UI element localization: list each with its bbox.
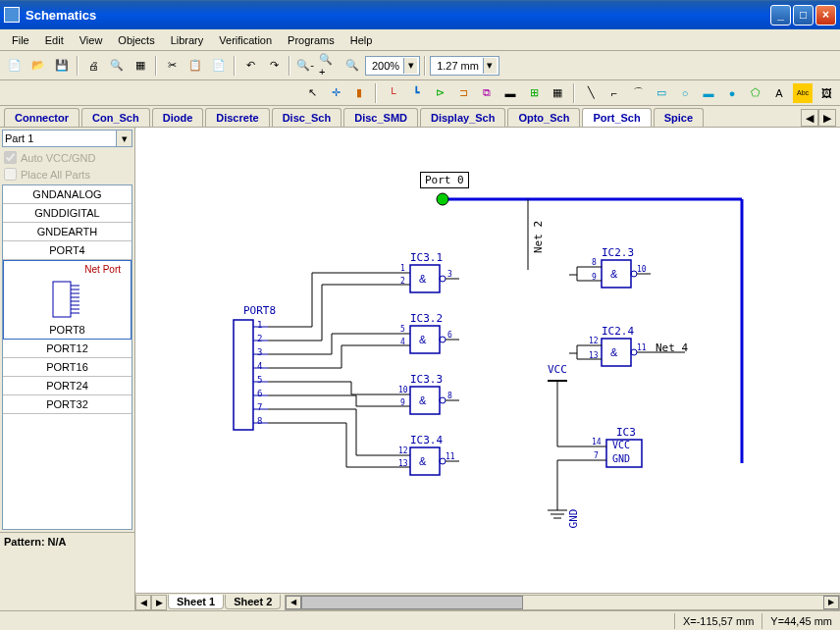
tab-spice[interactable]: Spice: [654, 108, 704, 127]
text-icon[interactable]: A: [769, 83, 789, 103]
part-port32[interactable]: PORT32: [3, 395, 131, 414]
netport-label: Net Port: [10, 264, 125, 275]
zoom-combo[interactable]: 200% ▾: [365, 56, 420, 76]
busport-icon[interactable]: ⊐: [453, 83, 473, 103]
line-icon[interactable]: ╲: [581, 83, 601, 103]
sheet-nav-prev[interactable]: ◀: [135, 595, 151, 610]
menu-verification[interactable]: Verification: [211, 32, 280, 48]
zoom-in-icon[interactable]: 🔍+: [318, 55, 340, 77]
new-icon[interactable]: 📄: [4, 55, 26, 77]
menu-objects[interactable]: Objects: [110, 32, 162, 48]
place-all-checkbox: Place All Parts: [0, 166, 134, 183]
svg-rect-0: [53, 282, 71, 317]
polygon-icon[interactable]: ⬠: [746, 83, 765, 103]
netport-icon[interactable]: ⊳: [430, 83, 449, 103]
menu-view[interactable]: View: [72, 32, 111, 48]
part-port8-selected[interactable]: Net Port PORT8: [3, 260, 131, 340]
part-gndanalog[interactable]: GNDANALOG: [3, 185, 131, 204]
table-icon[interactable]: ▦: [548, 83, 567, 103]
redo-icon[interactable]: ↷: [263, 55, 285, 77]
polyline-icon[interactable]: ⌐: [604, 83, 624, 103]
part-port24[interactable]: PORT24: [3, 377, 131, 395]
maximize-button[interactable]: □: [793, 5, 814, 26]
zoom-value: 200%: [368, 60, 403, 72]
sheet-nav-next[interactable]: ▶: [151, 595, 167, 610]
ic31-label: IC3.1: [410, 251, 443, 264]
drawing-toolbar: ↖ ✛ ▮ └ ┗ ⊳ ⊐ ⧉ ▬ ⊞ ▦ ╲ ⌐ ⌒ ▭ ○ ▬ ● ⬠ A …: [0, 80, 840, 106]
horizontal-scrollbar[interactable]: ◀ ▶: [285, 595, 840, 610]
svg-text:&: &: [610, 346, 618, 358]
chevron-down-icon[interactable]: ▾: [483, 58, 497, 74]
part-port12[interactable]: PORT12: [3, 340, 131, 358]
sheet-tab-2[interactable]: Sheet 2: [225, 595, 281, 609]
ic32-label: IC3.2: [410, 312, 443, 325]
net4-label: Net 4: [656, 341, 688, 354]
ellipse-icon[interactable]: ○: [675, 83, 695, 103]
menu-file[interactable]: File: [4, 32, 37, 48]
tab-connector[interactable]: Connector: [4, 108, 79, 127]
tab-next-icon[interactable]: ▶: [818, 109, 836, 127]
hierarchy-icon[interactable]: ⊞: [524, 83, 544, 103]
menu-help[interactable]: Help: [342, 32, 381, 48]
minimize-button[interactable]: _: [770, 5, 791, 26]
save-icon[interactable]: 💾: [51, 55, 73, 77]
sheet-tab-1[interactable]: Sheet 1: [168, 595, 224, 609]
zoom-out-icon[interactable]: 🔍-: [294, 55, 316, 77]
filled-rect-icon[interactable]: ▬: [699, 83, 718, 103]
title-bar: Schematics _ □ ×: [0, 0, 840, 29]
part-gndearth[interactable]: GNDEARTH: [3, 223, 131, 241]
port8-preview: [10, 275, 125, 324]
menu-edit[interactable]: Edit: [37, 32, 72, 48]
preview-icon[interactable]: 🔍: [106, 55, 128, 77]
parts-list[interactable]: GNDANALOG GNDDIGITAL GNDEARTH PORT4 Net …: [2, 184, 132, 530]
tab-disc-smd[interactable]: Disc_SMD: [343, 108, 418, 127]
scroll-thumb[interactable]: [301, 596, 522, 609]
print-icon[interactable]: 🖨: [82, 55, 104, 77]
crosshair-icon[interactable]: ✛: [326, 83, 345, 103]
main-toolbar: 📄 📂 💾 🖨 🔍 ▦ ✂ 📋 📄 ↶ ↷ 🔍- 🔍+ 🔍 200% ▾ 1.2…: [0, 51, 840, 80]
undo-icon[interactable]: ↶: [239, 55, 261, 77]
tab-discrete[interactable]: Discrete: [205, 108, 269, 127]
ic3-vcc: VCC: [612, 440, 630, 450]
close-button[interactable]: ×: [815, 5, 836, 26]
tab-prev-icon[interactable]: ◀: [801, 109, 818, 127]
part-port16[interactable]: PORT16: [3, 358, 131, 377]
part-gnddigital[interactable]: GNDDIGITAL: [3, 204, 131, 223]
cut-icon[interactable]: ✂: [161, 55, 183, 77]
label-icon[interactable]: Abc: [793, 83, 813, 103]
tab-diode[interactable]: Diode: [152, 108, 204, 127]
image-icon[interactable]: 🖼: [816, 83, 836, 103]
pointer-icon[interactable]: ↖: [302, 83, 322, 103]
schematic-canvas[interactable]: & & & & &: [135, 128, 840, 593]
rect-icon[interactable]: ▭: [652, 83, 671, 103]
bus-icon[interactable]: ┗: [406, 83, 426, 103]
component-icon[interactable]: ▮: [349, 83, 369, 103]
wire-icon[interactable]: └: [383, 83, 402, 103]
scroll-right-icon[interactable]: ▶: [823, 596, 839, 609]
part-port4[interactable]: PORT4: [3, 241, 131, 260]
filled-ellipse-icon[interactable]: ●: [722, 83, 742, 103]
grid-combo[interactable]: 1.27 mm ▾: [430, 56, 499, 76]
status-x: X=-115,57 mm: [674, 613, 761, 629]
chevron-down-icon[interactable]: ▾: [403, 58, 417, 74]
copy-icon[interactable]: 📋: [184, 55, 206, 77]
tab-con-sch[interactable]: Con_Sch: [81, 108, 150, 127]
tab-display-sch[interactable]: Display_Sch: [420, 108, 505, 127]
part-selector[interactable]: ▾: [2, 130, 132, 147]
menu-programs[interactable]: Programs: [280, 32, 342, 48]
arc-icon[interactable]: ⌒: [628, 83, 648, 103]
tab-port-sch[interactable]: Port_Sch: [582, 108, 651, 127]
open-icon[interactable]: 📂: [27, 55, 49, 77]
titleblock-icon[interactable]: ▦: [130, 55, 151, 77]
part-icon[interactable]: ⧉: [477, 83, 497, 103]
tab-opto-sch[interactable]: Opto_Sch: [507, 108, 580, 127]
paste-icon[interactable]: 📄: [208, 55, 230, 77]
menu-library[interactable]: Library: [163, 32, 212, 48]
chevron-down-icon[interactable]: ▾: [117, 130, 132, 147]
tab-disc-sch[interactable]: Disc_Sch: [272, 108, 342, 127]
ic3-label: IC3: [616, 426, 636, 439]
block-icon[interactable]: ▬: [500, 83, 520, 103]
scroll-left-icon[interactable]: ◀: [286, 596, 301, 609]
part-selector-input[interactable]: [2, 130, 117, 147]
zoom-window-icon[interactable]: 🔍: [341, 55, 363, 77]
